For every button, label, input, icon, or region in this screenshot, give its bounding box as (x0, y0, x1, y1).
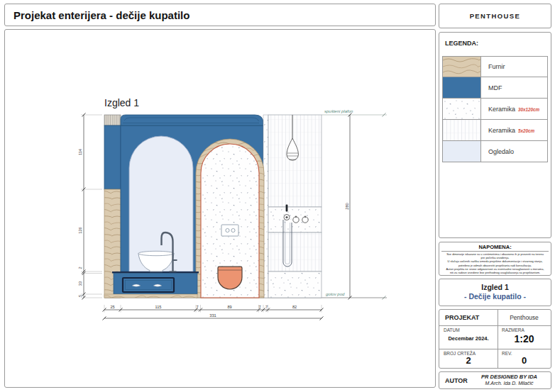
view-card-subtitle: - Dečije kupatilo - (439, 292, 551, 301)
dimension-chain-bottom: 25 115 7 89 7 7 82 331 (103, 305, 324, 320)
legend-label: Furnir (488, 63, 505, 70)
razmera-label: RAZMERA (502, 327, 524, 332)
projekat-label: PROJEKAT (445, 310, 479, 325)
author-studio: PR DESIGNED BY IDA (471, 374, 548, 380)
mdf-side-panel (104, 125, 121, 189)
shower-tiles-upper (268, 115, 322, 207)
razmera-value: 1:20 (498, 333, 551, 345)
legend-row-ogledalo: Ogledalo (442, 141, 548, 162)
broj-rev-row: BROJ CRTEŽA 2 REV. 0 (439, 349, 551, 369)
dim-280: 280 (345, 203, 349, 209)
vanity-drawer (123, 278, 174, 292)
tile-swatch (443, 120, 481, 140)
drawing-panel: Izgled 1 spušteni plafon gotov pod (4, 29, 436, 388)
dim-5: 5 (78, 295, 82, 297)
drawing-sheet: Projekat enterijera - dečije kupatilo (0, 0, 555, 392)
sheet-title-bar: Projekat enterijera - dečije kupatilo (4, 4, 436, 26)
dim-7b: 7 (258, 305, 260, 309)
datum-value: Decembar 2024. (439, 335, 498, 342)
project-row: PROJEKAT Penthouse (439, 310, 551, 326)
vanity (104, 271, 199, 298)
broj-crteza-value: 2 (439, 355, 498, 366)
page-title: Projekat enterijera - dečije kupatilo (5, 9, 189, 21)
napomena-line: niti za radove izvedene bez prethodnog u… (439, 271, 551, 274)
view-card: Izgled 1 - Dečije kupatilo - (439, 279, 551, 306)
rev-value: 0 (498, 355, 551, 366)
elevation-drawing: Izgled 1 spušteni plafon gotov pod (5, 30, 435, 387)
brand-box: PENTHOUSE (439, 4, 551, 28)
dim-7a: 7 (196, 305, 198, 309)
view-card-title: Izgled 1 (439, 283, 551, 291)
furnir-swatch (443, 57, 481, 77)
autor-label: AUTOR (445, 377, 468, 384)
dim-89: 89 (227, 305, 231, 309)
legend-label: Keramika (488, 106, 515, 113)
dim-7c: 7 (265, 305, 268, 309)
hatched-end-panel (104, 115, 121, 125)
legend-row-keramika-30: Keramika 30x120cm (442, 99, 548, 120)
brand-name: PENTHOUSE (439, 4, 551, 28)
mixer-knob (293, 217, 299, 223)
view-title: Izgled 1 (104, 97, 139, 108)
legend-size: 30x120cm (518, 107, 539, 112)
datum-label: DATUM (444, 327, 460, 332)
mirror-swatch (443, 141, 481, 162)
datum-razmera-row: DATUM Decembar 2024. RAZMERA 1:20 (439, 325, 551, 349)
plinth (104, 294, 197, 298)
shower-terrazzo-base (268, 271, 322, 298)
legend-label: Keramika (488, 127, 515, 134)
mdf-swatch (443, 77, 481, 98)
ceiling-label: spušteni plafon (324, 109, 353, 113)
legend-label: MDF (488, 84, 502, 91)
dim-2: 2 (78, 267, 82, 269)
legend-size: 5x20cm (518, 128, 534, 133)
napomena-title: NAPOMENA: (441, 244, 549, 252)
author-name: M.Arch. Ida D. Milačić (471, 381, 548, 386)
dimension-chain-left: 114 126 2 33 5 (78, 113, 102, 300)
cornice (121, 115, 263, 125)
dim-total-331: 331 (209, 313, 216, 318)
dim-126: 126 (78, 227, 82, 233)
project-table: PROJEKAT Penthouse DATUM Decembar 2024. … (439, 309, 551, 369)
napomena-box: NAPOMENA: Sve dimenzije iskazane su u ce… (439, 242, 551, 276)
napomena-line: U slučaju uočenih razlika između projekt… (439, 259, 551, 263)
shower-wall (268, 115, 322, 298)
legend-row-mdf: MDF (442, 77, 548, 99)
terrazzo-swatch (443, 99, 481, 119)
legend-row-keramika-5: Keramika 5x20cm (442, 120, 548, 141)
dim-114: 114 (78, 149, 82, 155)
dim-25: 25 (110, 305, 114, 309)
flush-plate (221, 225, 238, 236)
legend-label: Ogledalo (488, 148, 514, 155)
toilet (218, 267, 242, 289)
floor-label: gotov pod (326, 292, 345, 296)
mixer-knob (302, 217, 308, 223)
legend-row-furnir: Furnir (442, 56, 548, 77)
dim-82: 82 (292, 305, 297, 309)
projekat-value: Penthouse (498, 310, 551, 325)
dim-33: 33 (78, 281, 82, 286)
legend-title: LEGENDA: (445, 40, 478, 47)
dim-115: 115 (155, 305, 162, 309)
legend-box: LEGENDA: Furnir MDF Keramika 30x120cm (439, 32, 551, 238)
shower-tiles-lower (268, 233, 322, 271)
author-box: AUTOR PR DESIGNED BY IDA M.Arch. Ida D. … (439, 371, 551, 389)
dimension-height-right: 280 (345, 113, 352, 300)
